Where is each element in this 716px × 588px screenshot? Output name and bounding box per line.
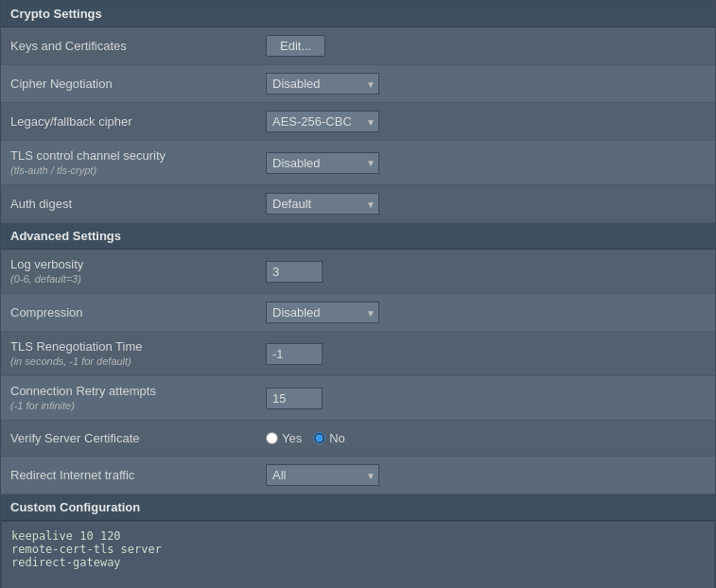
verify-server-cert-no-radio[interactable] <box>313 432 325 444</box>
compression-select[interactable]: Disabled Enabled Adaptive <box>266 302 379 323</box>
keys-certificates-control: Edit... <box>256 31 715 61</box>
verify-server-cert-control: Yes No <box>256 427 715 449</box>
compression-select-wrapper: Disabled Enabled Adaptive ▼ <box>266 302 379 323</box>
tls-control-select-wrapper: Disabled Enabled ▼ <box>266 152 379 174</box>
redirect-internet-control: All None Custom ▼ <box>256 460 715 490</box>
cipher-negotiation-select[interactable]: Disabled Enabled <box>266 73 379 95</box>
tls-renegotiation-row: TLS Renegotiation Time (in seconds, -1 f… <box>1 332 715 376</box>
tls-control-sublabel: (tls-auth / tls-crypt) <box>10 164 96 176</box>
verify-server-cert-label: Verify Server Certificate <box>1 427 256 449</box>
log-verbosity-sublabel: (0-6, default=3) <box>10 273 81 285</box>
keys-certificates-row: Keys and Certificates Edit... <box>1 27 715 65</box>
verify-server-cert-yes-radio[interactable] <box>266 432 278 444</box>
legacy-cipher-row: Legacy/fallback cipher AES-256-CBC AES-1… <box>1 103 715 141</box>
redirect-internet-row: Redirect Internet traffic All None Custo… <box>1 457 715 494</box>
log-verbosity-row: Log verbosity (0-6, default=3) <box>1 250 715 294</box>
connection-retry-input[interactable] <box>266 388 323 409</box>
custom-config-area: keepalive 10 120 remote-cert-tls server … <box>1 521 715 588</box>
tls-renegotiation-input[interactable] <box>266 343 323 365</box>
connection-retry-control <box>256 384 715 413</box>
legacy-cipher-select-wrapper: AES-256-CBC AES-128-CBC 3DES-CBC ▼ <box>266 111 379 132</box>
tls-control-control: Disabled Enabled ▼ <box>256 148 715 178</box>
compression-row: Compression Disabled Enabled Adaptive ▼ <box>1 294 715 332</box>
redirect-internet-select[interactable]: All None Custom <box>266 464 379 486</box>
verify-server-cert-radio-group: Yes No <box>266 431 706 445</box>
log-verbosity-label: Log verbosity (0-6, default=3) <box>1 253 256 289</box>
custom-config-header: Custom Configuration <box>1 494 715 521</box>
redirect-internet-label: Redirect Internet traffic <box>1 464 256 486</box>
edit-button[interactable]: Edit... <box>266 35 325 57</box>
tls-renegotiation-sublabel: (in seconds, -1 for default) <box>10 355 131 367</box>
connection-retry-sublabel: (-1 for infinite) <box>10 400 75 411</box>
advanced-settings-header: Advanced Settings <box>1 223 715 250</box>
cipher-negotiation-label: Cipher Negotiation <box>1 73 256 95</box>
crypto-settings-header: Crypto Settings <box>1 1 715 27</box>
auth-digest-row: Auth digest Default SHA1 SHA256 SHA512 ▼ <box>1 185 715 223</box>
auth-digest-select-wrapper: Default SHA1 SHA256 SHA512 ▼ <box>266 193 379 215</box>
legacy-cipher-control: AES-256-CBC AES-128-CBC 3DES-CBC ▼ <box>256 107 715 136</box>
verify-server-cert-row: Verify Server Certificate Yes No <box>1 421 715 457</box>
keys-certificates-label: Keys and Certificates <box>1 35 256 57</box>
log-verbosity-control <box>256 257 715 286</box>
tls-renegotiation-control <box>256 339 715 369</box>
connection-retry-label: Connection Retry attempts (-1 for infini… <box>1 380 256 416</box>
tls-control-label: TLS control channel security (tls-auth /… <box>1 145 256 181</box>
log-verbosity-input[interactable] <box>266 261 323 283</box>
cipher-negotiation-row: Cipher Negotiation Disabled Enabled ▼ <box>1 65 715 103</box>
compression-label: Compression <box>1 302 256 323</box>
auth-digest-label: Auth digest <box>1 193 256 215</box>
tls-control-row: TLS control channel security (tls-auth /… <box>1 141 715 185</box>
legacy-cipher-label: Legacy/fallback cipher <box>1 111 256 132</box>
auth-digest-control: Default SHA1 SHA256 SHA512 ▼ <box>256 189 715 218</box>
auth-digest-select[interactable]: Default SHA1 SHA256 SHA512 <box>266 193 379 215</box>
redirect-internet-select-wrapper: All None Custom ▼ <box>266 464 379 486</box>
cipher-negotiation-select-wrapper: Disabled Enabled ▼ <box>266 73 379 95</box>
cipher-negotiation-control: Disabled Enabled ▼ <box>256 69 715 98</box>
custom-config-textarea[interactable]: keepalive 10 120 remote-cert-tls server … <box>2 522 714 588</box>
tls-control-select[interactable]: Disabled Enabled <box>266 152 379 174</box>
tls-renegotiation-label: TLS Renegotiation Time (in seconds, -1 f… <box>1 336 256 372</box>
compression-control: Disabled Enabled Adaptive ▼ <box>256 298 715 327</box>
connection-retry-row: Connection Retry attempts (-1 for infini… <box>1 376 715 421</box>
verify-server-cert-no-label[interactable]: No <box>313 431 345 445</box>
legacy-cipher-select[interactable]: AES-256-CBC AES-128-CBC 3DES-CBC <box>266 111 379 132</box>
verify-server-cert-yes-label[interactable]: Yes <box>266 431 302 445</box>
